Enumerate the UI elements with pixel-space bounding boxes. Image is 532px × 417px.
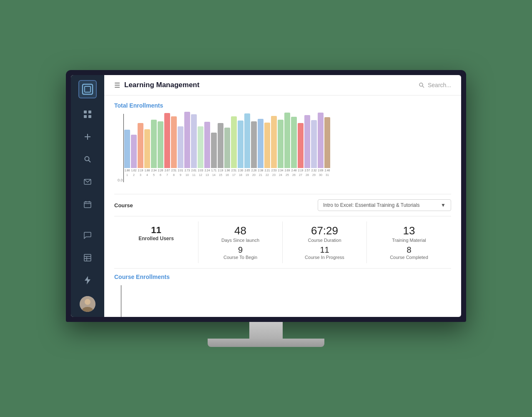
bar-x-label: 23 [272,173,276,176]
bar-x-label: 10 [186,173,189,176]
monitor-stand-base [208,339,324,347]
chart-bar-group: 2.2413 [204,122,210,176]
bar-x-label: 28 [306,173,309,176]
bar [178,126,183,168]
bar-value-label: 2.19 [138,169,143,172]
bar-x-label: 30 [319,173,322,176]
bar-value-label: 1.62 [131,169,137,172]
mail-icon[interactable] [80,174,95,189]
bar [324,117,330,168]
dropdown-arrow-icon: ▼ [441,202,446,208]
table-icon[interactable] [80,250,95,265]
monitor-wrapper: ☰ Learning Management Search... Total [66,70,466,347]
bar-x-label: 9 [180,173,181,176]
svg-rect-15 [84,254,91,261]
app-logo[interactable] [78,80,97,98]
bar-value-label: 2.53 [271,169,277,172]
bar [151,120,157,168]
bar [184,112,190,168]
training-material-stat: 13 Training Material 8 Course Completed [367,221,451,263]
bar-x-label: 25 [286,173,289,176]
bar-x-label: 5 [153,173,155,176]
bar-x-label: 7 [166,173,168,176]
bar [211,133,217,168]
training-big-label: Training Material [370,238,448,243]
course-selected-value: Intro to Excel: Essential Training & Tut… [323,202,419,208]
bar-x-label: 27 [299,173,302,176]
search-icon[interactable] [80,152,95,167]
bar [198,126,203,168]
chart-bar-group: 2.4826 [291,117,297,176]
bar-value-label: 2.51 [171,169,177,172]
bar [231,116,237,168]
days-since-launch-stat: 48 Days Since launch 9 Course To Begin [198,221,283,263]
sidebar [71,75,104,317]
bar-value-label: 2.26 [158,169,163,172]
chat-icon[interactable] [80,228,95,243]
svg-rect-5 [88,115,91,118]
svg-rect-3 [88,111,91,113]
bar-x-label: 29 [312,173,316,176]
bar [298,123,304,168]
svg-marker-19 [85,276,90,284]
chart-bar-group: 2.266 [158,121,163,176]
enrolled-users-stat: 11 Enrolled Users [114,221,198,263]
course-duration-stat: 67:29 Course Duration 11 Course In Progr… [283,221,367,263]
bar [124,130,130,168]
bar-value-label: 2.19 [218,169,223,172]
chart-bar-group: 2.193 [138,123,143,176]
grid-icon[interactable] [80,107,95,122]
plus-icon[interactable] [80,129,95,144]
svg-rect-7 [85,136,90,137]
chart-bar-group: 1.884 [144,129,150,176]
training-sub-number: 8 [370,245,448,255]
bar-value-label: 2.01 [178,169,183,172]
divider-2 [114,216,451,216]
menu-icon[interactable]: ☰ [114,81,120,89]
bar [264,123,270,168]
search-placeholder: Search... [428,82,451,88]
bar [304,115,310,168]
user-avatar[interactable] [80,296,95,312]
bar [291,117,297,168]
bar-x-label: 1 [126,173,128,176]
duration-sub-number: 11 [286,245,363,255]
bar [218,123,223,168]
course-select[interactable]: Intro to Excel: Essential Training & Tut… [318,199,451,211]
topbar: ☰ Learning Management Search... [104,75,461,95]
svg-line-9 [89,161,91,163]
chart-bar-group: 2.6930 [318,113,324,176]
divider-1 [114,194,451,194]
bar [271,116,277,168]
bolt-icon[interactable] [80,273,95,288]
chart-bar-group: 2.6519 [244,113,250,176]
duration-big-label: Course Duration [286,238,363,243]
bar-x-label: 17 [232,173,236,176]
bar-x-label: 26 [292,173,296,176]
bar-x-label: 24 [279,173,282,176]
chart-bar-group: 2.3424 [278,120,284,176]
bar-value-label: 2.48 [291,169,297,172]
bar-value-label: 2.19 [298,169,304,172]
chart-bar-group: 2.019 [178,126,183,176]
monitor-screen: ☰ Learning Management Search... Total [66,70,466,322]
svg-point-21 [85,299,90,305]
bar-value-label: 2.65 [245,169,250,172]
bar-x-label: 31 [326,173,329,176]
bar-x-label: 8 [173,173,175,176]
chart-bar-group: 2.6925 [284,113,290,176]
divider-3 [114,268,451,269]
chart-bar-group: 1.622 [131,135,137,176]
chart-bar-group: 2.345 [151,120,157,176]
bar-value-label: 2.21 [265,169,270,172]
bar-x-label: 20 [252,173,256,176]
bar-value-label: 2.34 [151,169,157,172]
calendar-icon[interactable] [80,197,95,212]
search-icon-topbar [419,82,424,88]
search-bar[interactable]: Search... [419,82,451,88]
bar-x-label: 22 [266,173,269,176]
chart-bar-group: 2.4631 [324,117,330,176]
total-enrollments-chart: 0.0 1.8611.6222.1931.8842.3452.2662.6772… [114,114,451,189]
bar-x-label: 12 [199,173,202,176]
chart-bar-group: 2.518 [171,116,177,176]
